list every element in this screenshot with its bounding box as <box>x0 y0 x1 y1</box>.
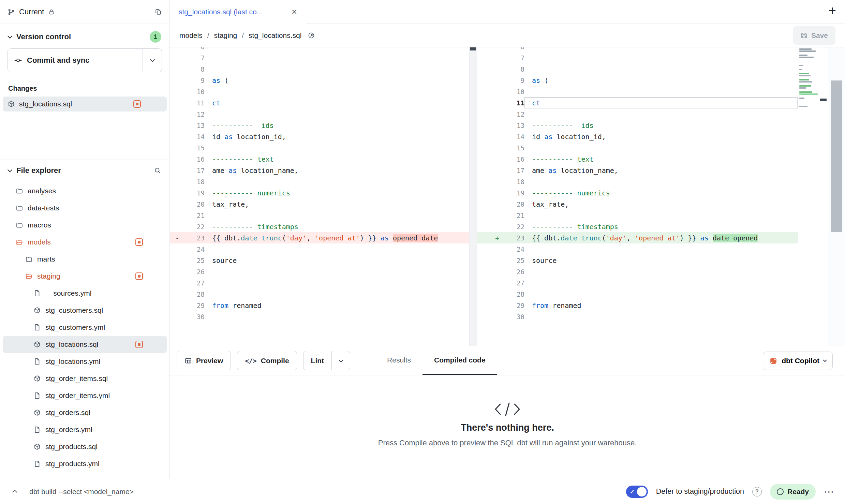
editor-scrollbar[interactable] <box>828 47 845 346</box>
scrollbar-thumb[interactable] <box>831 80 842 232</box>
tree-item-stg_products-yml[interactable]: stg_products.yml <box>3 455 167 472</box>
tree-item-analyses[interactable]: analyses <box>3 182 167 199</box>
code-line-12[interactable]: 12 <box>170 108 469 120</box>
code-line-13[interactable]: 13---------- ids <box>170 120 469 131</box>
tree-item-data-tests[interactable]: data-tests <box>3 199 167 217</box>
code-line-14[interactable]: 14id as location_id, <box>477 131 798 142</box>
code-line-14[interactable]: 14id as location_id, <box>170 131 469 142</box>
help-icon[interactable]: ? <box>752 487 762 496</box>
tree-item-stg_orders-yml[interactable]: stg_orders.yml <box>3 421 167 438</box>
code-line-25[interactable]: 25source <box>477 255 798 266</box>
lineage-icon[interactable] <box>308 32 315 39</box>
changed-file-row[interactable]: stg_locations.sql <box>3 97 167 112</box>
code-line-8[interactable]: 8 <box>477 63 798 75</box>
lint-button[interactable]: Lint <box>303 351 332 370</box>
minimap[interactable] <box>798 47 819 346</box>
tree-item-stg_orders-sql[interactable]: stg_orders.sql <box>3 404 167 421</box>
code-line-21[interactable]: 21 <box>170 210 469 221</box>
code-line-23[interactable]: +23{{ dbt.date_trunc('day', 'opened_at')… <box>477 232 798 243</box>
tree-item-macros[interactable]: macros <box>3 217 167 234</box>
code-line-30[interactable]: 30 <box>477 311 798 322</box>
defer-toggle[interactable]: ✓ <box>626 486 648 498</box>
breadcrumb-file[interactable]: stg_locations.sql <box>249 31 301 40</box>
code-line-9[interactable]: 9as ( <box>477 75 798 86</box>
tree-item-marts[interactable]: marts <box>3 251 167 268</box>
code-line-15[interactable]: 15 <box>477 142 798 153</box>
cli-command-text[interactable]: dbt build --select <model_name> <box>29 488 134 496</box>
code-line-20[interactable]: 20tax_rate, <box>477 198 798 210</box>
code-line-13[interactable]: 13---------- ids <box>477 120 798 131</box>
code-line-9[interactable]: 9as ( <box>170 75 469 86</box>
code-line-8[interactable]: 8 <box>170 63 469 75</box>
code-line-22[interactable]: 22---------- timestamps <box>170 221 469 232</box>
code-line-25[interactable]: 25source <box>170 255 469 266</box>
branch-selector[interactable]: Current <box>0 0 169 24</box>
code-line-11[interactable]: 11ct <box>477 97 798 108</box>
code-line-7[interactable]: 7 <box>170 52 469 63</box>
status-badge[interactable]: Ready <box>770 484 816 500</box>
tree-item-stg_customers-yml[interactable]: stg_customers.yml <box>3 319 167 336</box>
commit-and-sync-button[interactable]: Commit and sync <box>8 48 162 72</box>
code-line-20[interactable]: 20tax_rate, <box>170 198 469 210</box>
tree-item-stg_order_items-sql[interactable]: stg_order_items.sql <box>3 370 167 387</box>
new-tab-button[interactable]: + <box>829 4 836 17</box>
tree-item-staging[interactable]: staging <box>3 268 167 285</box>
breadcrumb-models[interactable]: models <box>179 31 203 40</box>
close-icon[interactable]: × <box>292 8 297 17</box>
code-line-17[interactable]: 17ame as location_name, <box>170 165 469 176</box>
copy-icon[interactable] <box>154 8 162 16</box>
diff-pane-original[interactable]: 6789as (1011ct1213---------- ids14id as … <box>170 47 469 346</box>
code-line-21[interactable]: 21 <box>477 210 798 221</box>
code-line-24[interactable]: 24 <box>170 243 469 255</box>
code-line-26[interactable]: 26 <box>477 266 798 277</box>
code-line-23[interactable]: -23{{ dbt.date_trunc('day', 'opened_at')… <box>170 232 469 243</box>
breadcrumb-staging[interactable]: staging <box>214 31 237 40</box>
diff-pane-modified[interactable]: 6789as (1011ct1213---------- ids14id as … <box>477 47 798 346</box>
preview-button[interactable]: Preview <box>177 351 231 370</box>
dbt-copilot-button[interactable]: dbt Copilot <box>763 352 833 370</box>
tree-item-stg_products-sql[interactable]: stg_products.sql <box>3 438 167 455</box>
commit-options-button[interactable] <box>143 49 162 72</box>
code-line-6[interactable]: 6 <box>477 47 798 52</box>
code-line-11[interactable]: 11ct <box>170 97 469 108</box>
code-line-19[interactable]: 19---------- numerics <box>477 187 798 198</box>
code-line-6[interactable]: 6 <box>170 47 469 52</box>
code-line-16[interactable]: 16---------- text <box>477 153 798 165</box>
code-line-10[interactable]: 10 <box>477 86 798 97</box>
version-control-header[interactable]: Version control 1 <box>0 29 169 44</box>
code-line-28[interactable]: 28 <box>170 288 469 300</box>
overflow-menu-button[interactable]: ⋯ <box>824 486 835 498</box>
code-line-10[interactable]: 10 <box>170 86 469 97</box>
tree-item-__sources-yml[interactable]: __sources.yml <box>3 285 167 302</box>
search-icon[interactable] <box>154 167 161 174</box>
expand-panel-button[interactable] <box>10 486 19 498</box>
tab-compiled-code[interactable]: Compiled code <box>422 346 497 375</box>
save-button[interactable]: Save <box>793 26 835 45</box>
tree-item-stg_order_items-yml[interactable]: stg_order_items.yml <box>3 387 167 404</box>
code-line-18[interactable]: 18 <box>477 176 798 187</box>
code-line-19[interactable]: 19---------- numerics <box>170 187 469 198</box>
code-line-22[interactable]: 22---------- timestamps <box>477 221 798 232</box>
compile-button[interactable]: </> Compile <box>237 351 297 370</box>
tab-stg-locations[interactable]: stg_locations.sql (last co... × <box>170 0 306 24</box>
code-line-27[interactable]: 27 <box>170 277 469 288</box>
code-line-7[interactable]: 7 <box>477 52 798 63</box>
code-line-17[interactable]: 17ame as location_name, <box>477 165 798 176</box>
code-line-16[interactable]: 16---------- text <box>170 153 469 165</box>
code-line-27[interactable]: 27 <box>477 277 798 288</box>
code-line-26[interactable]: 26 <box>170 266 469 277</box>
file-explorer-header[interactable]: File explorer <box>0 160 169 181</box>
code-line-24[interactable]: 24 <box>477 243 798 255</box>
tree-item-stg_customers-sql[interactable]: stg_customers.sql <box>3 302 167 319</box>
code-line-18[interactable]: 18 <box>170 176 469 187</box>
lint-options-button[interactable] <box>332 351 350 370</box>
code-line-29[interactable]: 29from renamed <box>170 300 469 311</box>
tree-item-stg_locations-yml[interactable]: stg_locations.yml <box>3 353 167 370</box>
code-line-15[interactable]: 15 <box>170 142 469 153</box>
tab-results[interactable]: Results <box>375 346 422 375</box>
tree-item-stg_locations-sql[interactable]: stg_locations.sql <box>3 336 167 353</box>
tree-item-models[interactable]: models <box>3 234 167 251</box>
code-line-28[interactable]: 28 <box>477 288 798 300</box>
code-line-30[interactable]: 30 <box>170 311 469 322</box>
code-line-12[interactable]: 12 <box>477 108 798 120</box>
